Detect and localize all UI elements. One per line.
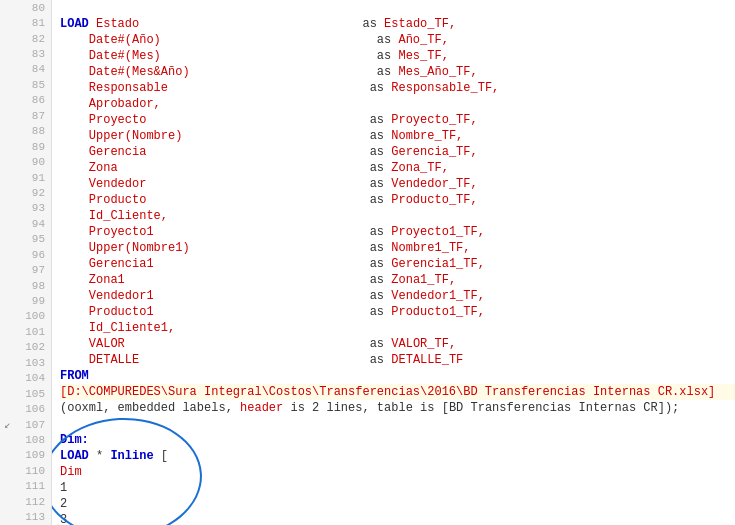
code-line-89: Gerencia as Gerencia_TF, xyxy=(60,144,735,160)
line-number-89: 89 xyxy=(0,139,51,154)
code-line-84: Date#(Mes&Año) as Mes_Año_TF, xyxy=(60,64,735,80)
code-line-92: Producto as Producto_TF, xyxy=(60,192,735,208)
code-line-98: Vendedor1 as Vendedor1_TF, xyxy=(60,288,735,304)
code-line-86: Aprobador, xyxy=(60,96,735,112)
code-line-88: Upper(Nombre) as Nombre_TF, xyxy=(60,128,735,144)
line-number-83: 83 xyxy=(0,46,51,61)
line-number-110: 110 xyxy=(0,463,51,478)
code-line-99: Producto1 as Producto1_TF, xyxy=(60,304,735,320)
code-line-91: Vendedor as Vendedor_TF, xyxy=(60,176,735,192)
line-number-113: 113 xyxy=(0,509,51,524)
code-line-93: Id_Cliente, xyxy=(60,208,735,224)
line-number-108: 108 xyxy=(0,432,51,447)
line-number-102: 102 xyxy=(0,340,51,355)
editor: 8081828384858687888990919293949596979899… xyxy=(0,0,735,525)
line-number-104: 104 xyxy=(0,371,51,386)
code-area[interactable]: LOAD Estado as Estado_TF, Date#(Año) as … xyxy=(52,0,735,525)
line-number-88: 88 xyxy=(0,124,51,139)
line-number-100: 100 xyxy=(0,309,51,324)
code-line-97: Zona1 as Zona1_TF, xyxy=(60,272,735,288)
code-line-107: Dim: xyxy=(60,432,735,448)
line-number-82: 82 xyxy=(0,31,51,46)
line-number-109: 109 xyxy=(0,448,51,463)
code-line-83: Date#(Mes) as Mes_TF, xyxy=(60,48,735,64)
code-line-102: DETALLE as DETALLE_TF xyxy=(60,352,735,368)
line-number-99: 99 xyxy=(0,293,51,308)
line-number-90: 90 xyxy=(0,154,51,169)
code-line-109: Dim xyxy=(60,464,735,480)
line-number-97: 97 xyxy=(0,262,51,277)
line-number-94: 94 xyxy=(0,216,51,231)
code-line-103: FROM xyxy=(60,368,735,384)
code-line-111: 2 xyxy=(60,496,735,512)
line-number-91: 91 xyxy=(0,170,51,185)
line-number-105: 105 xyxy=(0,386,51,401)
line-number-98: 98 xyxy=(0,278,51,293)
line-number-111: 111 xyxy=(0,479,51,494)
line-number-95: 95 xyxy=(0,232,51,247)
code-line-96: Gerencia1 as Gerencia1_TF, xyxy=(60,256,735,272)
code-line-110: 1 xyxy=(60,480,735,496)
code-line-82: Date#(Año) as Año_TF, xyxy=(60,32,735,48)
code-line-106 xyxy=(60,416,735,432)
line-number-106: 106 xyxy=(0,401,51,416)
line-number-103: 103 xyxy=(0,355,51,370)
code-line-104: [D:\COMPUREDES\Sura Integral\Costos\Tran… xyxy=(60,384,735,400)
code-line-108: LOAD * Inline [ xyxy=(60,448,735,464)
code-line-90: Zona as Zona_TF, xyxy=(60,160,735,176)
code-line-81: LOAD Estado as Estado_TF, xyxy=(60,16,735,32)
code-line-105: (ooxml, embedded labels, header is 2 lin… xyxy=(60,400,735,416)
code-line-85: Responsable as Responsable_TF, xyxy=(60,80,735,96)
line-number-gutter: 8081828384858687888990919293949596979899… xyxy=(0,0,52,525)
code-line-95: Upper(Nombre1) as Nombre1_TF, xyxy=(60,240,735,256)
line-number-107: 107 xyxy=(0,417,51,432)
line-number-101: 101 xyxy=(0,324,51,339)
code-line-80 xyxy=(60,0,735,16)
line-number-87: 87 xyxy=(0,108,51,123)
code-line-100: Id_Cliente1, xyxy=(60,320,735,336)
code-line-101: VALOR as VALOR_TF, xyxy=(60,336,735,352)
line-number-92: 92 xyxy=(0,185,51,200)
line-number-86: 86 xyxy=(0,93,51,108)
code-line-94: Proyecto1 as Proyecto1_TF, xyxy=(60,224,735,240)
line-number-112: 112 xyxy=(0,494,51,509)
line-number-84: 84 xyxy=(0,62,51,77)
code-line-87: Proyecto as Proyecto_TF, xyxy=(60,112,735,128)
line-number-96: 96 xyxy=(0,247,51,262)
line-number-85: 85 xyxy=(0,77,51,92)
line-number-80: 80 xyxy=(0,0,51,15)
line-number-93: 93 xyxy=(0,201,51,216)
code-line-112: 3 xyxy=(60,512,735,525)
line-number-81: 81 xyxy=(0,15,51,30)
